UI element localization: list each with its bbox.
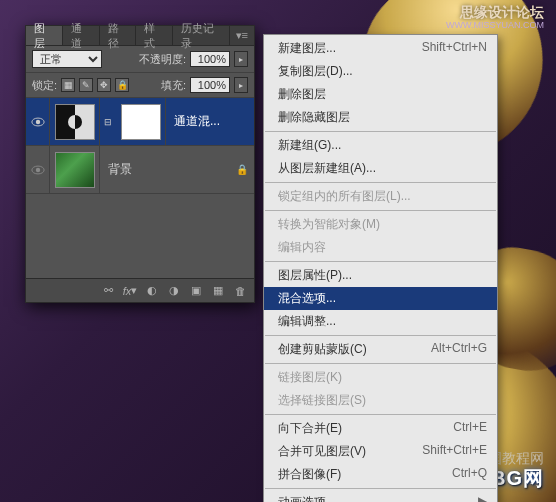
watermark-top-url: WWW.MISSYUAN.COM: [446, 20, 544, 30]
layer-thumb[interactable]: [50, 146, 100, 193]
panel-tabs: 图层 通道 路径 样式 历史记录 ▾≡: [26, 26, 254, 46]
tab-history[interactable]: 历史记录: [173, 26, 230, 45]
menu-separator: [265, 414, 496, 415]
menu-item[interactable]: 动画选项▶: [264, 491, 497, 502]
layer-thumb[interactable]: [50, 98, 100, 145]
menu-item-label: 动画选项: [278, 494, 326, 502]
link-layers-icon[interactable]: ⚯: [100, 283, 116, 299]
menu-separator: [265, 210, 496, 211]
menu-item: 转换为智能对象(M): [264, 213, 497, 236]
layers-panel: 图层 通道 路径 样式 历史记录 ▾≡ 正常 不透明度: ▸ 锁定: ▦ ✎ ✥…: [25, 25, 255, 303]
menu-item-label: 删除图层: [278, 86, 326, 103]
menu-shortcut: Alt+Ctrl+G: [431, 341, 487, 358]
blend-opacity-row: 正常 不透明度: ▸: [26, 46, 254, 73]
opacity-label: 不透明度:: [139, 52, 186, 67]
lock-icon: 🔒: [236, 164, 248, 175]
menu-item-label: 从图层新建组(A)...: [278, 160, 376, 177]
fill-label: 填充:: [161, 78, 186, 93]
menu-item-label: 拼合图像(F): [278, 466, 341, 483]
menu-item: 选择链接图层(S): [264, 389, 497, 412]
link-indicator: ⊟: [100, 98, 116, 145]
mask-icon[interactable]: ◐: [144, 283, 160, 299]
opacity-input[interactable]: [190, 51, 230, 67]
tab-paths[interactable]: 路径: [100, 26, 137, 45]
menu-item[interactable]: 从图层新建组(A)...: [264, 157, 497, 180]
eye-icon: [31, 165, 45, 175]
visibility-toggle[interactable]: [26, 98, 50, 145]
svg-point-1: [35, 119, 39, 123]
tab-channels[interactable]: 通道: [63, 26, 100, 45]
lock-fill-row: 锁定: ▦ ✎ ✥ 🔒 填充: ▸: [26, 73, 254, 98]
menu-item-label: 转换为智能对象(M): [278, 216, 380, 233]
mask-thumb: [121, 104, 161, 140]
menu-item[interactable]: 拼合图像(F)Ctrl+Q: [264, 463, 497, 486]
menu-item: 编辑内容: [264, 236, 497, 259]
menu-item-label: 链接图层(K): [278, 369, 342, 386]
group-icon[interactable]: ▣: [188, 283, 204, 299]
layer-name[interactable]: 通道混...: [166, 113, 254, 130]
menu-item[interactable]: 图层属性(P)...: [264, 264, 497, 287]
tab-styles[interactable]: 样式: [136, 26, 173, 45]
lock-transparency-icon[interactable]: ▦: [61, 78, 75, 92]
fx-icon[interactable]: fx▾: [122, 283, 138, 299]
menu-item-label: 删除隐藏图层: [278, 109, 350, 126]
menu-item: 链接图层(K): [264, 366, 497, 389]
fill-input[interactable]: [190, 77, 230, 93]
menu-shortcut: Ctrl+Q: [452, 466, 487, 483]
menu-item-label: 向下合并(E): [278, 420, 342, 437]
layer-context-menu: 新建图层...Shift+Ctrl+N复制图层(D)...删除图层删除隐藏图层新…: [263, 34, 498, 502]
menu-separator: [265, 335, 496, 336]
eye-icon: [31, 117, 45, 127]
trash-icon[interactable]: 🗑: [232, 283, 248, 299]
menu-item[interactable]: 新建组(G)...: [264, 134, 497, 157]
menu-item[interactable]: 混合选项...: [264, 287, 497, 310]
lock-label: 锁定:: [32, 78, 57, 93]
menu-item-label: 锁定组内的所有图层(L)...: [278, 188, 411, 205]
menu-shortcut: Shift+Ctrl+E: [422, 443, 487, 460]
menu-separator: [265, 261, 496, 262]
menu-item-label: 混合选项...: [278, 290, 336, 307]
lock-all-icon[interactable]: 🔒: [115, 78, 129, 92]
lock-indicator: 🔒: [230, 164, 254, 175]
menu-separator: [265, 131, 496, 132]
menu-item-label: 编辑调整...: [278, 313, 336, 330]
menu-shortcut: Ctrl+E: [453, 420, 487, 437]
submenu-arrow-icon: ▶: [478, 494, 487, 502]
tab-layers[interactable]: 图层: [26, 26, 63, 45]
adjustment-icon[interactable]: ◑: [166, 283, 182, 299]
menu-item[interactable]: 向下合并(E)Ctrl+E: [264, 417, 497, 440]
menu-item[interactable]: 创建剪贴蒙版(C)Alt+Ctrl+G: [264, 338, 497, 361]
menu-separator: [265, 182, 496, 183]
layer-item-adjustment[interactable]: ⊟ 通道混...: [26, 98, 254, 146]
menu-item-label: 图层属性(P)...: [278, 267, 352, 284]
panel-footer: ⚯ fx▾ ◐ ◑ ▣ ▦ 🗑: [26, 278, 254, 302]
opacity-arrow[interactable]: ▸: [234, 51, 248, 67]
menu-item[interactable]: 编辑调整...: [264, 310, 497, 333]
menu-item-label: 合并可见图层(V): [278, 443, 366, 460]
layer-list: ⊟ 通道混... 背景 🔒: [26, 98, 254, 278]
menu-item-label: 选择链接图层(S): [278, 392, 366, 409]
menu-item[interactable]: 合并可见图层(V)Shift+Ctrl+E: [264, 440, 497, 463]
layer-item-background[interactable]: 背景 🔒: [26, 146, 254, 194]
menu-item[interactable]: 复制图层(D)...: [264, 60, 497, 83]
menu-item[interactable]: 删除隐藏图层: [264, 106, 497, 129]
image-thumb: [55, 152, 95, 188]
blend-mode-select[interactable]: 正常: [32, 50, 102, 68]
menu-shortcut: Shift+Ctrl+N: [422, 40, 487, 57]
menu-item[interactable]: 新建图层...Shift+Ctrl+N: [264, 37, 497, 60]
menu-item-label: 复制图层(D)...: [278, 63, 353, 80]
menu-item-label: 新建组(G)...: [278, 137, 341, 154]
new-layer-icon[interactable]: ▦: [210, 283, 226, 299]
menu-item-label: 创建剪贴蒙版(C): [278, 341, 367, 358]
panel-menu-icon[interactable]: ▾≡: [230, 26, 254, 45]
menu-item[interactable]: 删除图层: [264, 83, 497, 106]
lock-pixels-icon[interactable]: ✎: [79, 78, 93, 92]
svg-point-3: [35, 167, 39, 171]
layer-name[interactable]: 背景: [100, 161, 230, 178]
adjustment-thumb: [55, 104, 95, 140]
mask-thumb-slot[interactable]: [116, 98, 166, 145]
lock-icons: ▦ ✎ ✥ 🔒: [61, 78, 129, 92]
lock-position-icon[interactable]: ✥: [97, 78, 111, 92]
fill-arrow[interactable]: ▸: [234, 77, 248, 93]
visibility-toggle[interactable]: [26, 146, 50, 193]
